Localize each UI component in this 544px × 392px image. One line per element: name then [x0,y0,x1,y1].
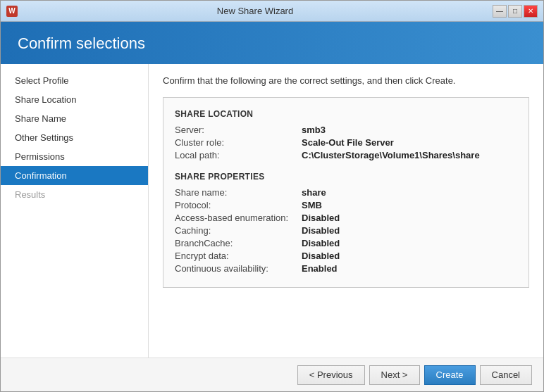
next-button[interactable]: Next > [369,365,420,385]
encrypt-data-value: Disabled [302,251,340,261]
continuous-availability-value: Enabled [302,263,338,274]
sidebar-item-results: Results [1,185,148,204]
protocol-value: SMB [302,200,322,210]
local-path-row: Local path: C:\ClusterStorage\Volume1\Sh… [175,150,517,160]
sidebar-item-permissions[interactable]: Permissions [1,147,148,166]
server-row: Server: smb3 [175,125,517,135]
local-path-label: Local path: [175,150,302,160]
main-area: Select Profile Share Location Share Name… [1,64,543,358]
page-title: Confirm selections [18,34,526,53]
sidebar: Select Profile Share Location Share Name… [1,64,149,358]
right-panel: Confirm that the following are the corre… [149,64,543,358]
wizard-content: Confirm selections Select Profile Share … [1,22,543,391]
cluster-role-value: Scale-Out File Server [302,137,394,148]
info-box: SHARE LOCATION Server: smb3 Cluster role… [163,97,529,288]
wizard-window: W New Share Wizard — □ ✕ Confirm selecti… [0,0,544,392]
abe-value: Disabled [302,213,340,223]
wizard-header: Confirm selections [1,22,543,64]
window-title: New Share Wizard [18,6,493,16]
branchcache-value: Disabled [302,238,340,248]
share-name-label: Share name: [175,187,302,198]
sidebar-item-share-location[interactable]: Share Location [1,90,148,109]
branchcache-label: BranchCache: [175,238,302,248]
share-name-value: share [302,187,326,198]
sidebar-item-select-profile[interactable]: Select Profile [1,71,148,90]
caching-value: Disabled [302,225,340,236]
create-button[interactable]: Create [424,365,476,385]
caching-row: Caching: Disabled [175,225,517,236]
previous-button[interactable]: < Previous [297,365,365,385]
sidebar-item-other-settings[interactable]: Other Settings [1,128,148,147]
share-location-header: SHARE LOCATION [175,109,517,119]
cluster-role-row: Cluster role: Scale-Out File Server [175,137,517,148]
share-name-row: Share name: share [175,187,517,198]
protocol-row: Protocol: SMB [175,200,517,210]
sidebar-item-confirmation[interactable]: Confirmation [1,166,148,185]
encrypt-data-row: Encrypt data: Disabled [175,251,517,261]
abe-row: Access-based enumeration: Disabled [175,213,517,223]
maximize-button[interactable]: □ [508,5,522,18]
wizard-footer: < Previous Next > Create Cancel [1,358,543,391]
minimize-button[interactable]: — [493,5,507,18]
cancel-button[interactable]: Cancel [480,365,532,385]
server-value: smb3 [302,125,326,135]
caching-label: Caching: [175,225,302,236]
continuous-availability-label: Continuous availability: [175,263,302,274]
abe-label: Access-based enumeration: [175,213,302,223]
local-path-value: C:\ClusterStorage\Volume1\Shares\share [302,150,480,160]
cluster-role-label: Cluster role: [175,137,302,148]
sidebar-item-share-name[interactable]: Share Name [1,109,148,128]
continuous-availability-row: Continuous availability: Enabled [175,263,517,274]
branchcache-row: BranchCache: Disabled [175,238,517,248]
share-properties-header: SHARE PROPERTIES [175,172,517,182]
window-controls: — □ ✕ [493,5,538,18]
server-label: Server: [175,125,302,135]
title-bar: W New Share Wizard — □ ✕ [1,1,543,22]
protocol-label: Protocol: [175,200,302,210]
close-button[interactable]: ✕ [524,5,538,18]
window-icon: W [6,6,18,17]
encrypt-data-label: Encrypt data: [175,251,302,261]
instruction-text: Confirm that the following are the corre… [163,75,529,86]
